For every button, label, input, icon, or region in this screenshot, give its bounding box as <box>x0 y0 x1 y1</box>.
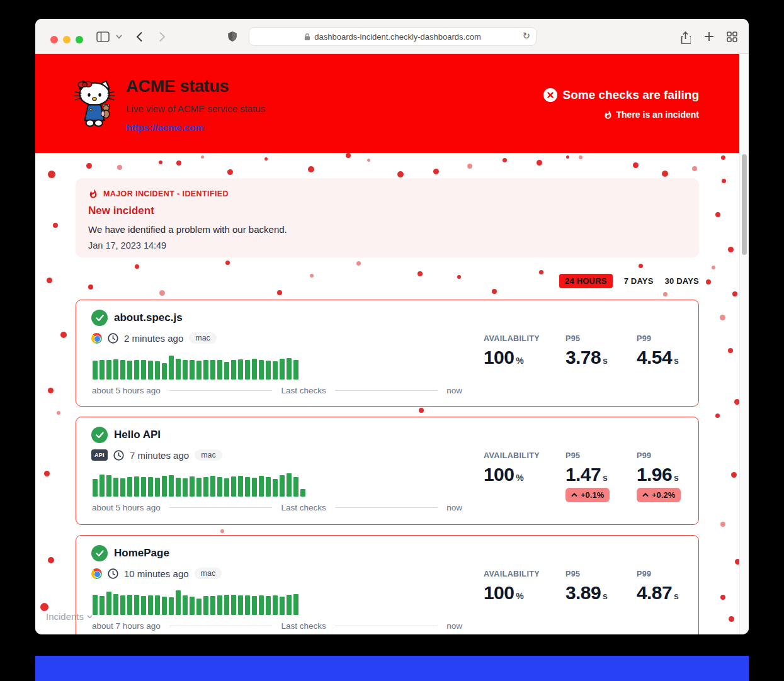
stat-label: P95 <box>565 570 607 578</box>
minimize-window-button[interactable] <box>63 36 71 43</box>
p95-value: 1.47 <box>565 464 601 485</box>
stat-label: AVAILABILITY <box>484 570 540 578</box>
p99-delta-value: +0.2% <box>652 490 675 500</box>
flame-icon <box>88 189 98 199</box>
p95-delta-value: +0.1% <box>581 490 604 500</box>
stat-unit: s <box>674 356 678 366</box>
address-bar[interactable]: dashboards-incident.checkly-dashboards.c… <box>249 27 537 46</box>
status-banner: Some checks are failing <box>543 88 700 102</box>
incident-note: There is an incident <box>603 110 699 120</box>
stat-label: AVAILABILITY <box>484 451 540 460</box>
availability-value: 100 <box>484 582 514 603</box>
page-title: ACME status <box>126 77 229 96</box>
p99-delta-badge: +0.2% <box>637 488 681 502</box>
new-tab-icon[interactable] <box>704 31 714 42</box>
last-run-time: 2 minutes ago <box>124 333 183 344</box>
stat-unit: % <box>516 591 523 601</box>
incident-severity-label: MAJOR INCIDENT - IDENTIFIED <box>88 189 686 199</box>
privacy-shield-icon[interactable] <box>227 30 237 43</box>
incidents-link[interactable]: Incidents <box>46 611 93 622</box>
stat-label: P99 <box>637 334 678 343</box>
acme-link[interactable]: https://acme.com <box>126 122 203 133</box>
check-passing-icon <box>91 545 108 561</box>
browser-window: dashboards-incident.checkly-dashboards.c… <box>35 19 749 634</box>
check-card-hello-api[interactable]: Hello API API 7 minutes ago mac AVAILABI… <box>76 417 699 525</box>
incidents-label: Incidents <box>46 611 84 622</box>
scrollbar-thumb[interactable] <box>742 154 747 255</box>
range-end-label: now <box>446 503 462 512</box>
chart-footer: about 5 hours ago Last checks now <box>92 503 462 512</box>
availability-stat: AVAILABILITY 100% <box>484 334 540 368</box>
time-range-selector: 24 HOURS 7 DAYS 30 DAYS <box>559 274 699 288</box>
zoom-window-button[interactable] <box>76 36 83 43</box>
time-range-7-days[interactable]: 7 DAYS <box>624 276 654 286</box>
incident-label-text: MAJOR INCIDENT - IDENTIFIED <box>103 189 229 198</box>
screenshot-stage: dashboards-incident.checkly-dashboards.c… <box>0 0 784 681</box>
chrome-icon <box>91 333 102 344</box>
stat-label: P99 <box>637 451 678 460</box>
sidebar-icon[interactable] <box>96 31 110 42</box>
range-end-label: now <box>446 386 462 395</box>
lock-icon <box>304 33 310 41</box>
p95-value: 3.78 <box>565 347 601 368</box>
stat-unit: s <box>603 591 607 601</box>
range-start-label: about 5 hours ago <box>92 386 161 395</box>
reload-icon[interactable]: ↻ <box>522 30 530 42</box>
incident-note-text: There is an incident <box>616 110 699 120</box>
time-range-24-hours[interactable]: 24 HOURS <box>559 274 613 288</box>
clock-icon <box>108 333 118 344</box>
p99-stat: P99 4.87s <box>637 570 678 604</box>
stat-unit: s <box>603 473 607 483</box>
stat-unit: % <box>516 356 523 366</box>
back-button[interactable] <box>136 31 143 42</box>
stat-unit: s <box>674 591 678 601</box>
clock-icon <box>108 568 118 579</box>
check-card-homepage[interactable]: HomePage 10 minutes ago mac AVAILABILITY… <box>76 535 699 634</box>
p95-stat: P95 3.78s <box>565 334 607 368</box>
last-run-time: 7 minutes ago <box>130 450 189 461</box>
stat-unit: s <box>603 356 607 366</box>
clock-icon <box>113 450 124 461</box>
background-blue-strip <box>35 656 749 681</box>
range-mid-label: Last checks <box>281 503 326 512</box>
url-text: dashboards-incident.checkly-dashboards.c… <box>314 32 480 42</box>
range-start-label: about 7 hours ago <box>92 621 161 631</box>
close-window-button[interactable] <box>50 36 58 43</box>
scrollbar-track <box>739 54 749 634</box>
forward-button[interactable] <box>159 31 166 42</box>
check-passing-icon <box>91 310 108 326</box>
share-icon[interactable] <box>680 31 691 44</box>
p95-value: 3.89 <box>565 582 601 603</box>
env-badge: mac <box>195 568 222 579</box>
chart-footer: about 5 hours ago Last checks now <box>92 386 462 395</box>
stat-label: P99 <box>637 570 678 578</box>
incident-title: New incident <box>88 205 686 217</box>
stat-label: P95 <box>565 451 607 460</box>
range-end-label: now <box>446 621 462 631</box>
last-run-time: 10 minutes ago <box>124 568 189 579</box>
p99-value: 4.87 <box>637 582 672 603</box>
check-meta: API 7 minutes ago mac <box>91 448 222 462</box>
status-text: Some checks are failing <box>563 88 700 102</box>
api-badge: API <box>91 449 108 461</box>
flame-icon <box>603 110 613 120</box>
availability-stat: AVAILABILITY 100% <box>484 570 540 604</box>
x-circle-icon <box>543 88 557 102</box>
check-meta: 10 minutes ago mac <box>91 566 222 580</box>
check-card-about-spec-js[interactable]: about.spec.js 2 minutes ago mac AVAILABI… <box>76 300 699 407</box>
check-history-bars <box>93 590 470 615</box>
p99-stat: P99 1.96s <box>637 451 678 485</box>
p99-value: 1.96 <box>637 464 672 485</box>
stat-label: P95 <box>565 334 607 343</box>
availability-value: 100 <box>484 464 514 485</box>
check-name: HomePage <box>114 547 169 560</box>
availability-value: 100 <box>484 347 514 368</box>
chevron-down-icon[interactable] <box>116 35 122 39</box>
tab-overview-icon[interactable] <box>727 31 737 42</box>
env-badge: mac <box>195 449 222 461</box>
range-start-label: about 5 hours ago <box>92 503 161 512</box>
availability-stat: AVAILABILITY 100% <box>484 451 540 485</box>
time-range-30-days[interactable]: 30 DAYS <box>665 276 699 286</box>
chart-footer: about 7 hours ago Last checks now <box>92 621 462 631</box>
check-name: about.spec.js <box>114 312 183 324</box>
